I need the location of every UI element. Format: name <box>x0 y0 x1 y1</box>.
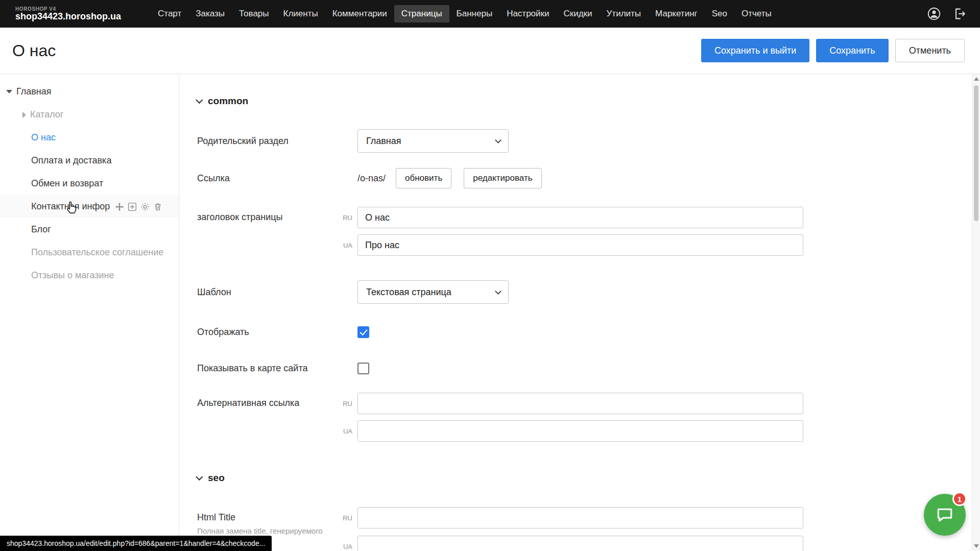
html-title-ua-input[interactable] <box>357 536 803 551</box>
caret-right-icon <box>22 112 26 118</box>
chevron-down-icon <box>495 137 501 143</box>
alt-link-label: Альтернативная ссылка <box>197 393 357 409</box>
link-value: /o-nas/ <box>357 173 386 184</box>
parent-section-row: Родительский раздел Главная <box>197 129 980 153</box>
nav-item-products[interactable]: Товары <box>232 5 276 22</box>
parent-section-select[interactable]: Главная <box>357 129 509 153</box>
alt-link-ru-input[interactable] <box>357 393 803 414</box>
template-row: Шаблон Текстовая страница <box>197 280 980 304</box>
content-area: Главная Каталог О нас Оплата и доставка … <box>0 74 980 551</box>
delete-trash-icon[interactable] <box>153 202 162 211</box>
link-row: Ссылка /o-nas/ обновить редактировать <box>197 168 980 188</box>
page-title-inputs: RU UA <box>357 207 803 256</box>
app-logo[interactable]: HOROSHOP V4 shop34423.horoshop.ua <box>15 6 121 22</box>
chat-bubble-icon <box>935 505 954 524</box>
scroll-down-arrow-icon[interactable] <box>974 544 979 548</box>
html-title-ua-row: UA <box>357 536 803 551</box>
tree-item-label: Главная <box>16 86 52 97</box>
display-label: Отображать <box>197 327 357 338</box>
topbar-right-icons <box>927 7 967 21</box>
nav-item-comments[interactable]: Комментарии <box>325 5 394 22</box>
tree-item-label: Обмен и возврат <box>31 178 103 189</box>
lang-ua-tag: UA <box>335 427 352 435</box>
alt-link-inputs: RU UA <box>357 393 803 442</box>
template-label: Шаблон <box>197 287 357 298</box>
html-title-ru-row: RU <box>357 507 803 529</box>
scrollbar-thumb[interactable] <box>974 85 978 221</box>
selected-value: Текстовая страница <box>366 287 451 298</box>
cancel-button[interactable]: Отменить <box>895 39 965 62</box>
alt-link-ua-input[interactable] <box>357 420 803 442</box>
add-page-icon[interactable] <box>128 202 137 211</box>
nav-item-utilities[interactable]: Утилиты <box>600 5 649 22</box>
tree-item-katalog[interactable]: Каталог <box>0 103 179 126</box>
section-title: seo <box>208 472 225 484</box>
lang-ua-tag: UA <box>335 543 352 550</box>
tree-item-kontaktnaya[interactable]: Контактная инфор <box>0 195 179 218</box>
nav-item-orders[interactable]: Заказы <box>188 5 232 22</box>
nav-item-banners[interactable]: Баннеры <box>449 5 500 22</box>
link-refresh-button[interactable]: обновить <box>396 168 451 188</box>
nav-item-pages[interactable]: Страницы <box>394 5 449 22</box>
page-title: О нас <box>12 41 56 60</box>
nav-item-clients[interactable]: Клиенты <box>276 5 325 22</box>
page-title-row: заголовок страницы RU UA <box>197 207 980 256</box>
lang-ua-tag: UA <box>335 242 352 249</box>
save-button[interactable]: Сохранить <box>816 39 888 62</box>
browser-status-bar: shop34423.horoshop.ua/edit/edit.php?id=6… <box>0 536 272 551</box>
logo-version-label: HOROSHOP V4 <box>15 6 121 12</box>
lang-ru-tag: RU <box>335 400 352 408</box>
parent-section-label: Родительский раздел <box>197 136 357 147</box>
tree-item-label: О нас <box>31 132 56 143</box>
section-seo-toggle[interactable]: seo <box>197 472 980 484</box>
lang-ru-tag: RU <box>335 214 352 222</box>
sitemap-checkbox[interactable] <box>357 363 369 374</box>
tree-item-glavnaya[interactable]: Главная <box>0 80 179 103</box>
nav-item-reports[interactable]: Отчеты <box>734 5 779 22</box>
vertical-scrollbar[interactable] <box>972 74 980 551</box>
tree-item-label: Отзывы о магазине <box>31 270 114 281</box>
tree-item-o-nas[interactable]: О нас <box>0 126 179 149</box>
header-actions: Сохранить и выйти Сохранить Отменить <box>701 39 965 62</box>
save-and-exit-button[interactable]: Сохранить и выйти <box>701 39 809 62</box>
tree-item-soglashenie[interactable]: Пользовательское соглашение <box>0 241 179 264</box>
nav-item-seo[interactable]: Seo <box>705 5 734 22</box>
link-edit-button[interactable]: редактировать <box>464 168 541 188</box>
link-label: Ссылка <box>197 173 357 184</box>
account-icon[interactable] <box>927 7 941 21</box>
tree-item-label: Блог <box>31 224 51 235</box>
move-icon[interactable] <box>115 202 124 211</box>
html-title-label-cell: Html Title Полная замена title, генериру… <box>197 507 357 535</box>
tree-item-otzyvy[interactable]: Отзывы о магазине <box>0 264 179 287</box>
tree-item-label: Каталог <box>30 109 63 120</box>
tree-item-obmen[interactable]: Обмен и возврат <box>0 172 179 195</box>
display-row: Отображать <box>197 326 980 338</box>
chat-widget-button[interactable]: 1 <box>924 494 966 536</box>
tree-item-oplata[interactable]: Оплата и доставка <box>0 149 179 172</box>
html-title-ru-input[interactable] <box>357 507 803 529</box>
sitemap-label: Показывать в карте сайта <box>197 363 357 374</box>
selected-value: Главная <box>366 136 401 147</box>
page-title-ru-input[interactable] <box>357 207 803 228</box>
page-title-label: заголовок страницы <box>197 207 357 223</box>
chevron-down-icon <box>196 97 203 104</box>
chevron-down-icon <box>196 473 203 481</box>
tree-item-actions <box>115 202 162 211</box>
page-edit-form: common Родительский раздел Главная Ссылк… <box>179 74 980 551</box>
main-nav: Старт Заказы Товары Клиенты Комментарии … <box>151 5 779 22</box>
html-title-label: Html Title <box>197 512 357 523</box>
settings-gear-icon[interactable] <box>140 202 150 211</box>
section-common-toggle[interactable]: common <box>197 95 980 107</box>
template-select[interactable]: Текстовая страница <box>357 280 509 304</box>
logout-icon[interactable] <box>952 7 967 21</box>
nav-item-settings[interactable]: Настройки <box>499 5 556 22</box>
scroll-up-arrow-icon[interactable] <box>974 77 979 81</box>
display-checkbox[interactable] <box>357 326 369 338</box>
nav-item-discounts[interactable]: Скидки <box>556 5 599 22</box>
tree-item-blog[interactable]: Блог <box>0 218 179 241</box>
page-title-ua-input[interactable] <box>357 234 803 256</box>
nav-item-start[interactable]: Старт <box>151 5 188 22</box>
alt-link-ua-row: UA <box>357 420 803 442</box>
nav-item-marketing[interactable]: Маркетинг <box>648 5 705 22</box>
chevron-down-icon <box>495 288 501 295</box>
